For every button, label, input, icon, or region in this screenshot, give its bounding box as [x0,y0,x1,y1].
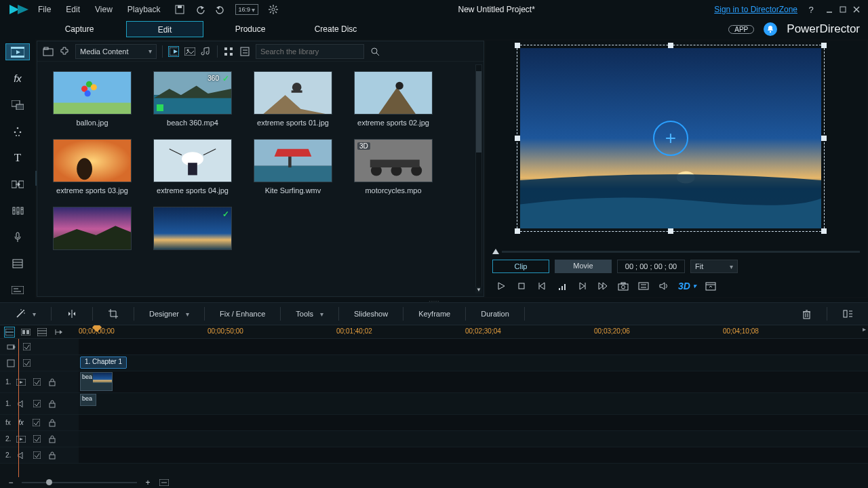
audio-mixing-room-icon[interactable] [5,202,30,219]
zoom-in-icon[interactable]: + [142,477,153,488]
tab-create-disc[interactable]: Create Disc [297,21,374,37]
track-lock-icon[interactable] [47,450,58,461]
track-lock-icon[interactable] [47,377,58,388]
track-lock-icon[interactable] [47,399,58,409]
media-item[interactable]: ballon.jpg [48,71,136,127]
track-visible-checkbox[interactable] [21,358,32,369]
plugin-icon[interactable] [59,46,70,57]
play-icon[interactable] [495,280,507,292]
timeline-track[interactable]: fxfx [0,415,868,431]
timeline-track[interactable]: 1. Chapter 1 [0,355,868,371]
filter-image-icon[interactable] [184,46,195,57]
redo-icon[interactable] [215,4,226,15]
preview-zoom-select[interactable]: Fit▾ [690,260,738,273]
media-item[interactable]: extreme sports 02.jpg [349,71,437,127]
chapter-marker[interactable]: 1. Chapter 1 [80,357,127,369]
track-visible-checkbox[interactable] [31,450,42,461]
tools-menu[interactable]: Tools▾ [281,303,338,325]
audio-clip[interactable]: bea [80,394,96,406]
add-media-plus-icon[interactable]: + [653,121,688,156]
notification-bell-icon[interactable] [764,22,777,36]
zoom-out-icon[interactable]: − [5,477,16,488]
search-input[interactable] [260,47,359,56]
track-lock-icon[interactable] [47,434,58,445]
timeline-track[interactable]: 2. [0,431,868,447]
track-header[interactable] [0,339,79,354]
next-frame-icon[interactable] [576,280,589,292]
transition-room-icon[interactable] [5,176,30,192]
track-visible-checkbox[interactable] [31,418,42,428]
three-d-button[interactable]: 3D▾ [678,281,696,291]
view-grid-icon[interactable] [223,46,234,57]
prev-frame-icon[interactable] [536,280,548,292]
track-content[interactable] [79,447,868,463]
media-item[interactable]: ✓ [149,207,237,254]
track-content[interactable] [79,339,868,354]
track-content[interactable] [79,431,868,447]
track-header[interactable]: fxfx [0,415,79,430]
media-item[interactable]: extreme sports 03.jpg [48,139,136,195]
preview-seek-slider[interactable] [486,245,867,258]
movie-mode-icon[interactable] [53,327,64,338]
effects-room-icon[interactable]: fx [5,70,30,87]
settings-gear-icon[interactable] [268,4,279,15]
title-room-icon[interactable]: T [5,149,30,166]
minimize-icon[interactable] [825,5,834,14]
fast-forward-icon[interactable] [597,280,609,292]
media-filter-select[interactable]: Media Content▾ [75,44,157,59]
track-content[interactable]: bea [79,393,868,414]
track-content[interactable] [79,415,868,430]
chapter-room-icon[interactable] [5,255,30,272]
timeline-scroll-right-icon[interactable]: ▸ [860,325,868,338]
track-header[interactable] [0,355,79,371]
magic-tools-icon[interactable] [15,308,26,319]
library-menu-icon[interactable] [239,46,250,57]
timeline-track[interactable]: 2. [0,447,868,464]
track-visible-checkbox[interactable] [21,342,32,352]
timeline-track[interactable]: 1.bea [0,371,868,393]
media-item[interactable] [48,207,136,254]
media-item[interactable]: 3Dmotorcycles.mpo [349,139,437,195]
menu-playback[interactable]: Playback [127,5,161,14]
zoom-slider[interactable] [22,482,137,483]
slideshow-button[interactable]: Slideshow [339,303,403,325]
filter-all-icon[interactable] [168,46,179,57]
snapshot-icon[interactable] [617,280,629,292]
designer-menu[interactable]: Designer▾ [134,303,204,325]
preview-mode-movie[interactable]: Movie [555,260,612,273]
app-badge[interactable]: APP [728,25,754,34]
track-manager-icon[interactable] [37,327,47,338]
keyframe-button[interactable]: Keyframe [403,303,465,325]
track-visible-checkbox[interactable] [31,399,42,409]
pip-room-icon[interactable] [5,96,30,113]
volume-icon[interactable] [658,280,670,292]
track-visible-checkbox[interactable] [31,434,42,445]
track-header[interactable]: 2. [0,431,79,447]
stop-icon[interactable] [515,280,528,292]
timeline-track[interactable]: 1.bea [0,393,868,415]
help-icon[interactable]: ? [806,4,816,15]
timeline-ruler[interactable]: 00;00;00;0000;00;50;0000;01;40;0200;02;3… [79,325,860,338]
track-header[interactable]: 1. [0,371,79,392]
close-icon[interactable] [852,5,861,14]
duration-button[interactable]: Duration [466,303,524,325]
import-media-icon[interactable] [43,46,54,57]
maximize-icon[interactable] [838,5,848,14]
signin-link[interactable]: Sign in to DirectorZone [714,5,797,14]
timeline-view-storyboard-icon[interactable] [20,327,31,338]
playhead[interactable] [18,339,19,477]
timeline-track[interactable] [0,339,868,355]
preview-quality-icon[interactable] [556,280,568,292]
track-lock-icon[interactable] [47,418,58,428]
library-scrollbar[interactable]: ▲▼ [475,64,482,293]
tab-edit[interactable]: Edit [126,21,203,37]
preview-window[interactable]: + [486,41,867,245]
tab-capture[interactable]: Capture [41,21,118,37]
track-header[interactable]: 1. [0,393,79,414]
delete-icon[interactable] [801,308,812,319]
preview-frame[interactable]: + [517,45,825,232]
search-icon[interactable] [370,46,380,57]
aspect-ratio-button[interactable]: 16:9▾ [235,4,259,15]
preview-options-icon[interactable] [637,280,650,292]
save-icon[interactable] [174,4,185,15]
